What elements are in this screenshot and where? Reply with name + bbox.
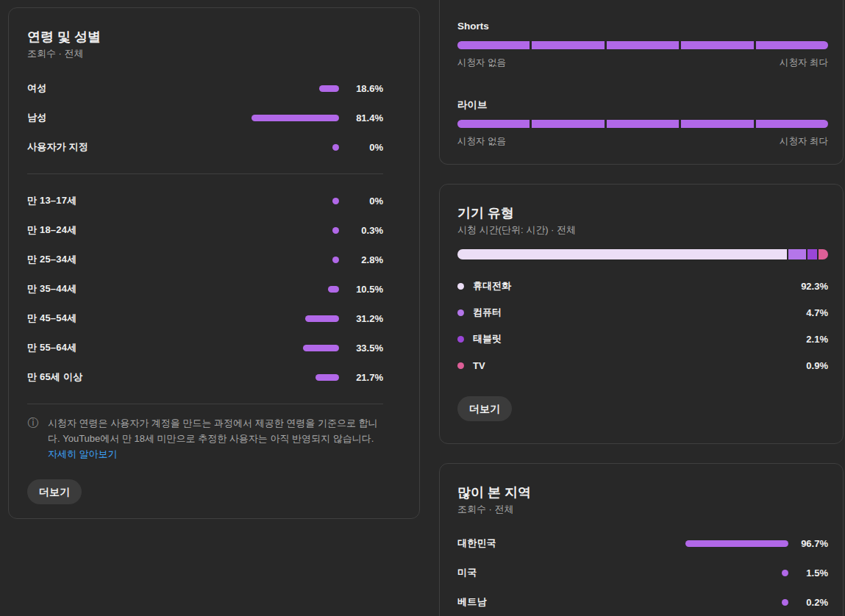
stat-row: 사용자가 지정 0% bbox=[27, 132, 383, 162]
intensity-segment bbox=[756, 120, 828, 128]
stat-row: 만 45–54세 31.2% bbox=[27, 304, 383, 333]
discovery-intensity-bar bbox=[457, 120, 828, 128]
info-icon: ⓘ bbox=[27, 417, 39, 429]
stat-bar-zone bbox=[232, 115, 339, 121]
stat-bar bbox=[782, 599, 788, 606]
stat-bar bbox=[303, 345, 339, 351]
stat-row: 만 18–24세 0.3% bbox=[27, 215, 383, 245]
stat-row: 만 25–34세 2.8% bbox=[27, 245, 383, 274]
legend-row: 휴대전화 92.3% bbox=[457, 273, 828, 299]
intensity-segment bbox=[681, 120, 753, 128]
legend-value: 0.9% bbox=[806, 360, 828, 371]
stat-row-label: 만 45–54세 bbox=[27, 312, 232, 325]
stat-row-value: 96.7% bbox=[788, 538, 828, 549]
intensity-segment bbox=[457, 41, 530, 49]
legend-dot-icon bbox=[457, 336, 464, 343]
stat-row-label: 미국 bbox=[457, 566, 682, 579]
device-bar-segment bbox=[788, 249, 806, 259]
age-rows: 만 13–17세 0% 만 18–24세 0.3% 만 25–34세 2.8% … bbox=[27, 186, 383, 392]
stat-row: 만 35–44세 10.5% bbox=[27, 274, 383, 304]
stat-row-value: 0.3% bbox=[339, 225, 383, 236]
legend-row: TV 0.9% bbox=[457, 352, 828, 379]
age-gender-card: 연령 및 성별 조회수 · 전체 여성 18.6% 남성 81.4% 사용자가 … bbox=[8, 7, 420, 519]
stat-bar bbox=[782, 570, 788, 576]
stat-row-label: 여성 bbox=[27, 82, 232, 95]
discovery-section-label: 라이브 bbox=[457, 99, 828, 111]
stat-row: 남성 81.4% bbox=[27, 103, 383, 132]
stat-bar-zone bbox=[232, 85, 339, 92]
discovery-scale-min-label: 시청자 없음 bbox=[457, 136, 506, 147]
discovery-scale-max-label: 시청자 최다 bbox=[780, 57, 828, 68]
age-gender-card-title: 연령 및 성별 bbox=[27, 28, 383, 46]
stat-row-value: 1.5% bbox=[788, 567, 828, 579]
legend-row: 컴퓨터 4.7% bbox=[457, 299, 828, 326]
stat-row-value: 2.8% bbox=[339, 254, 383, 265]
device-stacked-bar bbox=[457, 249, 828, 259]
discovery-section: Shorts 시청자 없음 시청자 최다 bbox=[457, 21, 828, 68]
device-card-subtitle: 시청 시간(단위: 시간) · 전체 bbox=[457, 224, 828, 236]
stat-row-label: 만 65세 이상 bbox=[27, 370, 232, 384]
discovery-card: Shorts 시청자 없음 시청자 최다 라이브 시청자 없음 시청자 최다 bbox=[439, 0, 844, 165]
stat-row-value: 0.2% bbox=[788, 597, 828, 608]
stat-bar-zone bbox=[682, 540, 788, 547]
geo-card-subtitle: 조회수 · 전체 bbox=[457, 504, 828, 515]
legend-value: 92.3% bbox=[801, 281, 828, 292]
intensity-segment bbox=[607, 120, 679, 128]
stat-bar-zone bbox=[232, 374, 339, 381]
stat-row: 만 13–17세 0% bbox=[27, 186, 383, 215]
stat-bar bbox=[332, 227, 339, 234]
stat-bar-zone bbox=[232, 257, 339, 263]
discovery-scale-min-label: 시청자 없음 bbox=[457, 57, 506, 68]
stat-bar bbox=[305, 315, 339, 322]
stat-bar bbox=[685, 540, 788, 547]
top-geographies-card: 많이 본 지역 조회수 · 전체 대한민국 96.7% 미국 1.5% 베트남 … bbox=[439, 463, 844, 616]
stat-row-value: 31.2% bbox=[339, 313, 383, 324]
stat-row-value: 18.6% bbox=[339, 83, 383, 94]
age-gender-more-button[interactable]: 더보기 bbox=[27, 479, 82, 504]
stat-row-label: 베트남 bbox=[457, 595, 682, 609]
discovery-scale-max-label: 시청자 최다 bbox=[780, 136, 828, 147]
stat-row: 미국 1.5% bbox=[457, 558, 828, 587]
legend-label: 휴대전화 bbox=[473, 279, 801, 293]
stat-bar-zone bbox=[232, 345, 339, 351]
stat-row-label: 만 55–64세 bbox=[27, 341, 232, 354]
legend-dot-icon bbox=[457, 283, 464, 290]
age-gender-card-subtitle: 조회수 · 전체 bbox=[27, 48, 383, 60]
stat-row: 베트남 0.2% bbox=[457, 587, 828, 616]
device-bar-segment bbox=[457, 249, 787, 259]
stat-row-value: 0% bbox=[339, 196, 383, 207]
stat-bar-zone bbox=[682, 599, 788, 606]
device-more-button[interactable]: 더보기 bbox=[457, 396, 512, 421]
intensity-segment bbox=[532, 41, 604, 49]
gender-rows: 여성 18.6% 남성 81.4% 사용자가 지정 0% bbox=[27, 74, 383, 162]
stat-bar-zone bbox=[232, 198, 339, 204]
intensity-segment bbox=[457, 120, 530, 128]
stat-row-label: 남성 bbox=[27, 111, 232, 124]
age-disclaimer-body: 시청자 연령은 사용자가 계정을 만드는 과정에서 제공한 연령을 기준으로 합… bbox=[48, 418, 378, 444]
discovery-section-label: Shorts bbox=[457, 21, 828, 32]
device-card-title: 기기 유형 bbox=[457, 204, 828, 222]
stat-row: 만 65세 이상 21.7% bbox=[27, 362, 383, 392]
stat-row-label: 만 25–34세 bbox=[27, 253, 232, 266]
learn-more-link[interactable]: 자세히 알아보기 bbox=[48, 448, 118, 459]
legend-row: 태블릿 2.1% bbox=[457, 326, 828, 352]
device-type-card: 기기 유형 시청 시간(단위: 시간) · 전체 휴대전화 92.3% 컴퓨터 … bbox=[439, 184, 844, 444]
divider bbox=[27, 173, 383, 174]
stat-bar bbox=[328, 286, 339, 293]
legend-label: TV bbox=[473, 360, 806, 371]
stat-bar-zone bbox=[232, 315, 339, 322]
discovery-bar-scale: 시청자 없음 시청자 최다 bbox=[457, 57, 828, 68]
discovery-section: 라이브 시청자 없음 시청자 최다 bbox=[457, 99, 828, 147]
device-bar-segment bbox=[819, 249, 828, 259]
stat-row: 대한민국 96.7% bbox=[457, 529, 828, 558]
legend-value: 2.1% bbox=[806, 334, 828, 345]
stat-bar bbox=[332, 257, 339, 263]
intensity-segment bbox=[681, 41, 753, 49]
age-disclaimer-text: 시청자 연령은 사용자가 계정을 만드는 과정에서 제공한 연령을 기준으로 합… bbox=[48, 415, 383, 462]
intensity-segment bbox=[607, 41, 679, 49]
discovery-bar-scale: 시청자 없음 시청자 최다 bbox=[457, 136, 828, 147]
intensity-segment bbox=[756, 41, 828, 49]
stat-bar-zone bbox=[682, 570, 788, 576]
stat-bar bbox=[332, 198, 339, 204]
stat-bar bbox=[332, 144, 339, 151]
